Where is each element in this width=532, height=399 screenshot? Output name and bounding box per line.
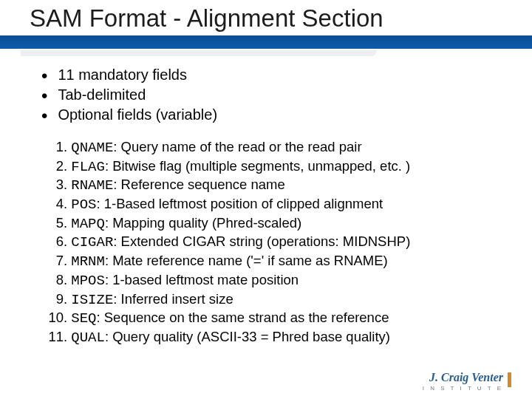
field-description: Query name of the read or the read pair — [121, 139, 362, 154]
field-description: 1-Based leftmost position of clipped ali… — [104, 196, 383, 211]
bullet-text: Optional fields (variable) — [58, 105, 217, 125]
bullet-icon: • — [41, 87, 47, 105]
bullet-text: 11 mandatory fields — [58, 65, 187, 85]
field-description: Query quality (ASCII-33 = Phred base qua… — [112, 329, 390, 344]
field-number: 10 — [41, 309, 64, 327]
field-number: 8 — [41, 271, 64, 289]
list-item: 6. CIGAR: Extended CIGAR string (operati… — [41, 233, 499, 252]
field-name: ISIZE — [71, 292, 113, 308]
numbered-fields-list: 1. QNAME: Query name of the read or the … — [41, 138, 499, 347]
field-number: 11 — [41, 328, 64, 346]
field-number: 1 — [41, 138, 64, 156]
field-name: RNAME — [71, 177, 113, 194]
field-number: 7 — [41, 252, 64, 270]
slide: SAM Format - Alignment Section • 11 mand… — [0, 0, 532, 399]
field-name: POS — [71, 197, 96, 213]
list-item: 8. MPOS: 1-based leftmost mate position — [41, 271, 499, 290]
field-description: 1-based leftmost mate position — [112, 272, 299, 287]
field-number: 2 — [41, 157, 64, 175]
list-item: 11. QUAL: Query quality (ASCII-33 = Phre… — [41, 328, 499, 347]
list-item: 3. RNAME: Reference sequence name — [41, 176, 499, 195]
title-area: SAM Format - Alignment Section — [0, 0, 532, 34]
header-blue-bar — [0, 35, 532, 49]
field-number: 3 — [41, 176, 64, 194]
jcvi-logo-block: J. Craig Venter I N S T I T U T E — [423, 371, 503, 392]
content-area: • 11 mandatory fields • Tab-delimited • … — [0, 59, 532, 347]
field-description: Inferred insert size — [121, 291, 233, 307]
list-item: 4. POS: 1-Based leftmost position of cli… — [41, 195, 499, 214]
field-name: MRNM — [71, 253, 105, 270]
field-name: QNAME — [71, 140, 113, 156]
list-item: 9. ISIZE: Inferred insert size — [41, 290, 499, 310]
list-item: • Tab-delimited — [41, 85, 499, 105]
bullet-icon: • — [41, 67, 47, 85]
footer-logo: J. Craig Venter I N S T I T U T E — [423, 371, 511, 392]
bullet-icon: • — [41, 107, 47, 125]
bullet-text: Tab-delimited — [58, 85, 146, 105]
slide-title: SAM Format - Alignment Section — [30, 4, 502, 33]
list-item: 1. QNAME: Query name of the read or the … — [41, 138, 499, 157]
field-description: Mate reference name ('=' if same as RNAM… — [112, 253, 388, 268]
field-number: 9 — [41, 290, 64, 308]
bullet-list: • 11 mandatory fields • Tab-delimited • … — [41, 65, 499, 125]
field-description: Reference sequence name — [121, 177, 285, 192]
list-item: 2. FLAG: Bitwise flag (multiple segments… — [41, 157, 499, 177]
jcvi-logo-text: J. Craig Venter — [429, 371, 503, 384]
field-name: SEQ — [71, 310, 96, 327]
field-name: CIGAR — [71, 234, 113, 250]
list-item: 10. SEQ: Sequence on the same strand as … — [41, 309, 499, 328]
header-grey-accent — [0, 49, 532, 59]
jcvi-accent-bar — [508, 372, 511, 387]
jcvi-logo-subtitle: I N S T I T U T E — [423, 385, 503, 392]
field-description: Mapping quality (Phred-scaled) — [112, 215, 301, 231]
list-item: 7. MRNM: Mate reference name ('=' if sam… — [41, 252, 499, 271]
field-description: Bitwise flag (multiple segments, unmappe… — [112, 158, 410, 174]
field-name: MAPQ — [71, 216, 105, 232]
field-name: MPOS — [71, 273, 105, 289]
field-number: 5 — [41, 214, 64, 232]
list-item: • Optional fields (variable) — [41, 105, 499, 125]
field-name: QUAL — [71, 330, 105, 346]
list-item: • 11 mandatory fields — [41, 65, 499, 85]
field-description: Extended CIGAR string (operations: MIDNS… — [121, 233, 411, 249]
field-name: FLAG — [71, 159, 105, 175]
list-item: 5. MAPQ: Mapping quality (Phred-scaled) — [41, 214, 499, 233]
field-description: Sequence on the same strand as the refer… — [104, 310, 389, 325]
field-number: 6 — [41, 233, 64, 250]
field-number: 4 — [41, 195, 64, 213]
